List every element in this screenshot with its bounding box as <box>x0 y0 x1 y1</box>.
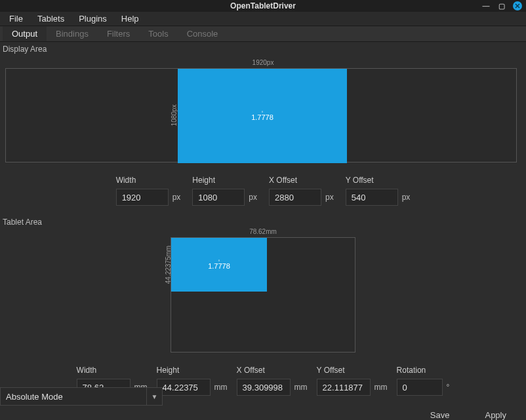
tab-tools[interactable]: Tools <box>139 26 177 41</box>
field-display-yoffset: Y Offset px <box>346 176 411 206</box>
save-button[interactable]: Save <box>416 409 464 420</box>
input-display-yoffset[interactable] <box>346 189 398 206</box>
tablet-area: 78.62mm 44.22375mm ◦ 1.7778 Width mm Hei… <box>5 237 521 396</box>
input-display-height[interactable] <box>192 189 245 206</box>
apply-button[interactable]: Apply <box>470 409 521 420</box>
label-yoffset: Y Offset <box>346 176 411 185</box>
menu-help[interactable]: Help <box>115 12 146 25</box>
footer: Save Apply <box>0 406 526 420</box>
display-dim-left: 1080px <box>171 105 178 126</box>
chevron-down-icon: ▼ <box>146 388 162 405</box>
minimize-icon[interactable]: — <box>481 1 491 10</box>
tab-output[interactable]: Output <box>3 26 47 41</box>
menu-bar: File Tablets Plugins Help <box>0 12 526 26</box>
tablet-area-title: Tablet Area <box>0 215 526 227</box>
maximize-icon[interactable]: ▢ <box>497 1 506 10</box>
window-controls: — ▢ <box>481 1 522 10</box>
label-xoffset: X Offset <box>237 366 308 375</box>
mode-select[interactable]: Absolute Mode ▼ <box>0 387 163 406</box>
unit-px: px <box>402 193 411 202</box>
tablet-canvas-wrap: 78.62mm 44.22375mm ◦ 1.7778 <box>5 237 521 353</box>
label-yoffset: Y Offset <box>317 366 388 375</box>
tablet-ratio: 1.7778 <box>208 262 230 270</box>
label-width: Width <box>77 366 148 375</box>
unit-px: px <box>325 193 334 202</box>
tablet-outer-box[interactable]: ◦ 1.7778 <box>171 237 355 353</box>
display-area: 1920px 1080px ◦ 1.7778 Width px Height p… <box>5 68 521 206</box>
field-display-xoffset: X Offset px <box>269 176 334 206</box>
display-canvas-wrap: 1920px 1080px ◦ 1.7778 <box>5 68 521 162</box>
window-title: OpenTabletDriver <box>230 1 296 10</box>
display-ratio: 1.7778 <box>251 113 273 121</box>
tablet-dim-top: 78.62mm <box>249 228 277 235</box>
label-height: Height <box>157 366 228 375</box>
tablet-mapped-region[interactable]: ◦ 1.7778 <box>171 238 267 292</box>
display-area-title: Display Area <box>0 42 526 54</box>
input-display-xoffset[interactable] <box>269 189 321 206</box>
tab-bindings[interactable]: Bindings <box>47 26 98 41</box>
display-outer-box[interactable]: 1080px ◦ 1.7778 <box>5 68 517 162</box>
label-xoffset: X Offset <box>269 176 334 185</box>
mode-bar: Absolute Mode ▼ <box>0 387 526 406</box>
display-dim-top: 1920px <box>253 59 274 66</box>
input-display-width[interactable] <box>116 189 169 206</box>
display-mapped-region[interactable]: ◦ 1.7778 <box>178 69 347 163</box>
title-bar: OpenTabletDriver — ▢ <box>0 0 526 12</box>
close-icon[interactable] <box>513 1 522 10</box>
tab-filters[interactable]: Filters <box>98 26 139 41</box>
field-display-width: Width px <box>116 176 181 206</box>
label-height: Height <box>192 176 257 185</box>
unit-px: px <box>172 193 181 202</box>
tab-console[interactable]: Console <box>178 26 228 41</box>
tab-bar: Output Bindings Filters Tools Console <box>0 26 526 42</box>
menu-tablets[interactable]: Tablets <box>31 12 71 25</box>
label-width: Width <box>116 176 181 185</box>
field-display-height: Height px <box>192 176 257 206</box>
label-rotation: Rotation <box>397 366 450 375</box>
mode-label: Absolute Mode <box>1 392 63 402</box>
unit-px: px <box>249 193 257 202</box>
menu-plugins[interactable]: Plugins <box>72 12 113 25</box>
display-fields: Width px Height px X Offset px Y Offset <box>5 176 521 206</box>
menu-file[interactable]: File <box>3 12 30 25</box>
